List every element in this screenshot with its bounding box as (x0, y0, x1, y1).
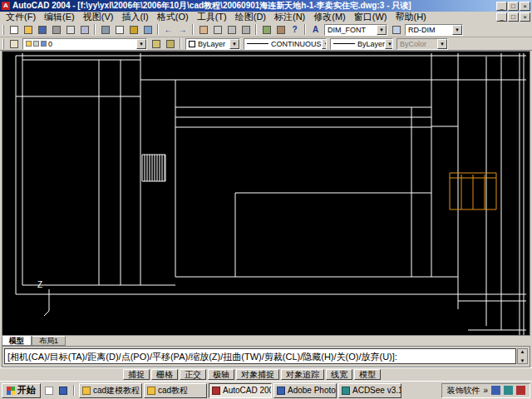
title-bar: A AutoCAD 2004 - [f:\yy\yxl\2006年\2006年1… (0, 0, 532, 12)
toggle-otrack[interactable]: 对象追踪 (281, 369, 324, 380)
menu-view[interactable]: 视图(V) (79, 12, 118, 22)
tray-icon[interactable] (491, 386, 500, 395)
minimize-icon[interactable]: _ (496, 2, 507, 11)
toggle-lineweight[interactable]: 线宽 (326, 369, 352, 380)
menu-draw[interactable]: 绘图(D) (231, 12, 270, 22)
copy-icon[interactable] (112, 23, 126, 36)
designcenter-icon[interactable] (273, 23, 288, 36)
dim-style-combo[interactable]: RD-DIM ▼ (405, 24, 463, 36)
tray-icon[interactable] (516, 386, 525, 395)
task-acdsee[interactable]: ACDSee v3.1... (338, 383, 401, 398)
menu-help[interactable]: 帮助(H) (392, 12, 431, 22)
layer-combo[interactable]: 0 ▼ (22, 38, 147, 50)
highlight-box-lines (450, 173, 496, 209)
close-icon[interactable]: × (520, 2, 530, 11)
layers-icon[interactable] (7, 37, 21, 50)
drawing-canvas[interactable]: Z (2, 51, 530, 336)
chevron-down-icon[interactable]: ▼ (229, 39, 239, 49)
zoom-window-icon[interactable] (224, 23, 239, 36)
menu-insert[interactable]: 插入(I) (117, 12, 152, 22)
plot-preview-icon[interactable] (63, 23, 77, 36)
toolbar-separator (94, 24, 96, 35)
menu-edit[interactable]: 编辑(E) (40, 12, 79, 22)
chevron-down-icon[interactable]: ▼ (322, 39, 328, 49)
tray-icon[interactable] (504, 386, 513, 395)
chevron-down-icon[interactable]: ▼ (452, 25, 462, 35)
scroll-down-icon[interactable]: ▼ (520, 358, 525, 363)
chevron-right-icon[interactable]: » (483, 386, 488, 395)
text-style-combo[interactable]: DIM_FONT ▼ (324, 24, 387, 36)
toolbar-grip[interactable] (2, 25, 4, 35)
taskbar-separator (73, 385, 75, 396)
task-autocad[interactable]: AutoCAD 200... (209, 383, 272, 398)
text-style-icon: A (308, 23, 323, 36)
command-input[interactable]: [相机(CA)/目标(TA)/距离(D)/点(PO)/平移(PA)/缩放(Z)/… (4, 348, 516, 364)
toggle-grid[interactable]: 栅格 (151, 369, 178, 380)
menu-format[interactable]: 格式(O) (153, 12, 193, 22)
task-cad-modeling-folder[interactable]: cad建模教程 (79, 383, 142, 398)
toggle-snap[interactable]: 捕捉 (123, 369, 150, 380)
color-combo[interactable]: ByLayer ▼ (185, 38, 240, 50)
quicklaunch-browser-icon[interactable] (57, 384, 69, 397)
color-swatch-icon (189, 41, 195, 47)
menu-modify[interactable]: 修改(M) (309, 12, 350, 22)
quicklaunch-desktop-icon[interactable] (42, 384, 55, 397)
menu-file[interactable]: 文件(F) (2, 12, 40, 22)
linetype-sample-icon (247, 43, 268, 44)
text-style-value: DIM_FONT (328, 26, 366, 34)
redo-icon[interactable]: → (175, 23, 190, 36)
toggle-osnap[interactable]: 对象捕捉 (236, 369, 279, 380)
doc-close-icon[interactable]: × (520, 12, 530, 22)
menu-dimension[interactable]: 标注(N) (270, 12, 309, 22)
toggle-ortho[interactable]: 正交 (180, 369, 206, 380)
toggle-polar[interactable]: 极轴 (208, 369, 234, 380)
linetype-combo[interactable]: CONTINUOUS ▼ (244, 38, 327, 50)
toggle-model[interactable]: 模型 (354, 369, 381, 380)
zoom-realtime-icon[interactable] (210, 23, 224, 36)
save-icon[interactable] (35, 23, 49, 36)
publish-icon[interactable] (77, 23, 91, 36)
lineweight-combo[interactable]: ByLayer ▼ (330, 38, 393, 50)
doc-minimize-icon[interactable]: _ (496, 12, 507, 22)
menu-tools[interactable]: 工具(T) (193, 12, 231, 22)
plot-icon[interactable] (49, 23, 63, 36)
match-properties-icon[interactable] (140, 23, 155, 36)
toolbar-separator (180, 38, 181, 49)
scroll-up-icon[interactable]: ▲ (520, 349, 525, 354)
tab-layout1[interactable]: 布局1 (32, 336, 66, 346)
chevron-down-icon[interactable]: ▼ (385, 39, 393, 49)
photoshop-icon (277, 387, 285, 395)
lineweight-value: ByLayer (357, 40, 385, 48)
chevron-down-icon: ▼ (437, 39, 447, 49)
tab-model[interactable]: 模型 (2, 336, 32, 346)
toolbar-separator (304, 24, 306, 35)
make-object-layer-current-icon[interactable] (149, 37, 163, 50)
toolbar-grip[interactable] (2, 39, 4, 49)
task-cad-tutorial-folder[interactable]: cad教程 (144, 383, 207, 398)
folder-icon (147, 387, 155, 395)
layer-previous-icon[interactable] (163, 37, 177, 50)
paste-icon[interactable] (126, 23, 140, 36)
restore-icon[interactable]: □ (508, 2, 519, 11)
cut-icon[interactable] (98, 23, 112, 36)
color-value: ByLayer (198, 40, 225, 48)
open-icon[interactable] (21, 23, 35, 36)
chevron-down-icon[interactable]: ▼ (377, 25, 387, 35)
menu-window[interactable]: 窗口(W) (350, 12, 392, 22)
new-icon[interactable] (7, 23, 21, 36)
start-button[interactable]: 开始 (2, 383, 41, 398)
help-icon[interactable]: ? (288, 23, 302, 36)
doc-restore-icon[interactable]: □ (508, 12, 519, 22)
chevron-down-icon[interactable]: ▼ (136, 39, 146, 49)
pan-realtime-icon[interactable] (196, 23, 210, 36)
properties-icon[interactable] (259, 23, 273, 36)
task-label: AutoCAD 200... (223, 386, 272, 395)
zoom-previous-icon[interactable] (239, 23, 253, 36)
undo-icon[interactable]: ← (161, 23, 175, 36)
acdsee-icon (342, 387, 350, 395)
layer-name: 0 (48, 40, 52, 48)
toolbar-separator (255, 24, 257, 35)
task-photoshop[interactable]: Adobe Photo... (273, 383, 337, 398)
command-scrollbar[interactable]: ▲ ▼ (517, 348, 528, 364)
toolbar-separator (192, 24, 194, 35)
